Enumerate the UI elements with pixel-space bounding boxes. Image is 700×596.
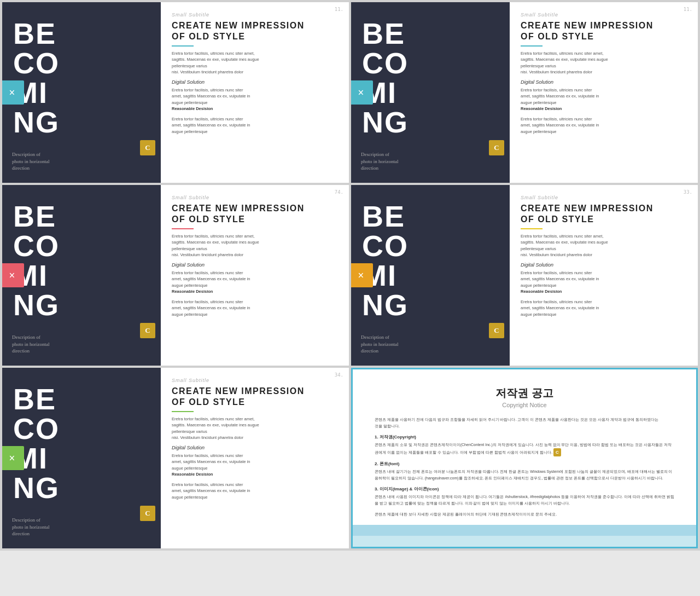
body-text-3b: Eretra tortor facilisis, ultricies nunc …	[172, 270, 338, 294]
body-text-5a: Eretra tortor facilisis, ultricies nunc …	[172, 416, 338, 441]
body-text-5b: Eretra tortor facilisis, ultricies nunc …	[172, 453, 338, 477]
slide-number-3: 74.	[335, 189, 343, 195]
becoming-text-1: BECOMING	[13, 19, 60, 137]
copyright-section2-title: 2. 폰트(font)	[375, 461, 674, 467]
slide-number-5: 34.	[335, 372, 343, 378]
body-text-1a: Eretra tortor facilisis, ultricies nunc …	[172, 50, 338, 75]
main-heading-2: CREATE NEW IMPRESSIONOF OLD STYLE	[521, 20, 687, 42]
body-text-1c: Eretra tortor facilisis, ultricies nunc …	[172, 116, 338, 135]
small-subtitle-5: Small Subtitle	[172, 378, 338, 383]
slide-grid: BECOMING C Description ofphoto in horizo…	[0, 0, 700, 551]
lighter-blue-bar	[353, 536, 696, 547]
copyright-title-kr: 저작권 공고	[375, 386, 674, 401]
slide-2: BECOMING C Description ofphoto in horizo…	[351, 2, 698, 183]
section-title-2: Digital Solution	[521, 79, 687, 85]
body-text-3c: Eretra tortor facilisis, ultricies nunc …	[172, 299, 338, 317]
small-subtitle-2: Small Subtitle	[521, 12, 687, 18]
slide-3-left-panel: BECOMING C Description ofphoto in horizo…	[2, 185, 161, 366]
copyright-badge-3: C	[140, 323, 155, 338]
photo-desc-4: Description ofphoto in horizontaldirecti…	[361, 334, 399, 355]
main-heading-3: CREATE NEW IMPRESSIONOF OLD STYLE	[172, 203, 338, 225]
body-text-2b: Eretra tortor facilisis, ultricies nunc …	[521, 87, 687, 112]
photo-desc-3: Description ofphoto in horizontaldirecti…	[12, 334, 50, 355]
photo-desc-1: Description ofphoto in horizontaldirecti…	[12, 151, 50, 172]
section-title-5: Digital Solution	[172, 445, 338, 450]
copyright-badge-5: C	[140, 506, 155, 521]
slide-5-left-panel: BECOMING C Description ofphoto in horizo…	[2, 368, 161, 548]
slide-1: BECOMING C Description ofphoto in horizo…	[2, 2, 349, 183]
light-blue-bar	[353, 525, 696, 547]
slide-2-right-panel: 11. Small Subtitle CREATE NEW IMPRESSION…	[510, 2, 698, 183]
slide-number-4: 33.	[684, 189, 692, 195]
section-title-3: Digital Solution	[172, 262, 338, 268]
copyright-badge-1: C	[140, 140, 155, 155]
main-heading-1: CREATE NEW IMPRESSIONOF OLD STYLE	[172, 20, 338, 42]
small-subtitle-3: Small Subtitle	[172, 195, 338, 200]
body-text-4a: Eretra tortor facilisis, ultricies nunc …	[521, 233, 687, 258]
small-subtitle-1: Small Subtitle	[172, 12, 338, 18]
becoming-text-2: BECOMING	[362, 19, 409, 137]
x-button-1[interactable]: ×	[2, 80, 24, 105]
x-button-4[interactable]: ×	[351, 263, 373, 287]
photo-desc-5: Description ofphoto in horizontaldirecti…	[12, 517, 50, 537]
becoming-text-4: BECOMING	[362, 201, 409, 320]
main-heading-4: CREATE NEW IMPRESSIONOF OLD STYLE	[521, 203, 687, 225]
accent-line-2	[521, 45, 542, 47]
section-title-1: Digital Solution	[172, 79, 338, 85]
copyright-badge-4: C	[489, 323, 504, 338]
slide-3-right-panel: 74. Small Subtitle CREATE NEW IMPRESSION…	[161, 185, 349, 366]
x-button-5[interactable]: ×	[2, 446, 24, 470]
slide-number-1: 11.	[335, 7, 343, 12]
slide-2-left-panel: BECOMING C Description ofphoto in horizo…	[351, 2, 510, 183]
slide-5: BECOMING C Description ofphoto in horizo…	[2, 368, 349, 548]
slide-3: BECOMING C Description ofphoto in horizo…	[2, 185, 349, 366]
body-text-4b: Eretra tortor facilisis, ultricies nunc …	[521, 270, 687, 294]
slide-1-right-panel: 11. Small Subtitle CREATE NEW IMPRESSION…	[161, 2, 349, 183]
body-text-3a: Eretra tortor facilisis, ultricies nunc …	[172, 233, 338, 258]
body-text-4c: Eretra tortor facilisis, ultricies nunc …	[521, 299, 687, 317]
body-text-2a: Eretra tortor facilisis, ultricies nunc …	[521, 50, 687, 75]
slide-4-left-panel: BECOMING C Description ofphoto in horizo…	[351, 185, 510, 366]
photo-desc-2: Description ofphoto in horizontaldirecti…	[361, 151, 399, 172]
slide-1-left-panel: BECOMING C Description ofphoto in horizo…	[2, 2, 161, 183]
body-text-1b: Eretra tortor facilisis, ultricies nunc …	[172, 87, 338, 112]
slide-4-right-panel: 33. Small Subtitle CREATE NEW IMPRESSION…	[510, 185, 698, 366]
copyright-section1-title: 1. 저작권(Copyright)	[375, 434, 674, 440]
accent-line-3	[172, 228, 194, 229]
small-subtitle-4: Small Subtitle	[521, 195, 687, 200]
becoming-text-5: BECOMING	[13, 384, 60, 502]
copyright-body-intro: 콘텐츠 제품을 사용하기 전에 다음의 법규와 조항들을 자세히 읽어 주시기 …	[375, 416, 674, 430]
copyright-section3-body: 콘텐츠 내에 사용된 이미지와 아이콘은 정책에 따라 제공이 됩니다. 여기들…	[375, 494, 674, 507]
copyright-title-en: Copyright Notice	[375, 402, 674, 408]
accent-line-1	[172, 45, 194, 47]
slide-5-right-panel: 34. Small Subtitle CREATE NEW IMPRESSION…	[161, 368, 349, 548]
body-text-2c: Eretra tortor facilisis, ultricies nunc …	[521, 116, 687, 135]
slide-number-2: 11.	[684, 7, 692, 12]
copyright-section3-title: 3. 이미지(Image) & 아이콘(icon)	[375, 486, 674, 492]
section-title-4: Digital Solution	[521, 262, 687, 268]
x-button-2[interactable]: ×	[351, 80, 373, 105]
main-heading-5: CREATE NEW IMPRESSIONOF OLD STYLE	[172, 386, 338, 408]
copyright-section1-body: 콘텐츠 제품의 소유 및 저작권은 콘텐츠제작이이이(ChenContent I…	[375, 442, 674, 456]
becoming-text-3: BECOMING	[13, 201, 60, 320]
body-text-5c: Eretra tortor facilisis, ultricies nunc …	[172, 482, 338, 500]
accent-line-4	[521, 228, 542, 229]
copyright-footer: 콘텐츠 제품에 대한 보다 자세한 사항은 제공된 플레이어의 하단에 기재된 …	[375, 511, 674, 518]
x-button-3[interactable]: ×	[2, 263, 24, 287]
copyright-badge-2: C	[489, 140, 504, 155]
accent-line-5	[172, 411, 194, 412]
slide-4: BECOMING C Description ofphoto in horizo…	[351, 185, 698, 366]
copyright-section2-body: 콘텐츠 내에 갈기가는 전체 폰트는 여러분 나눔폰트의 저작권을 따릅니다. …	[375, 468, 674, 482]
copyright-slide: 저작권 공고 Copyright Notice 콘텐츠 제품을 사용하기 전에 …	[351, 368, 698, 548]
